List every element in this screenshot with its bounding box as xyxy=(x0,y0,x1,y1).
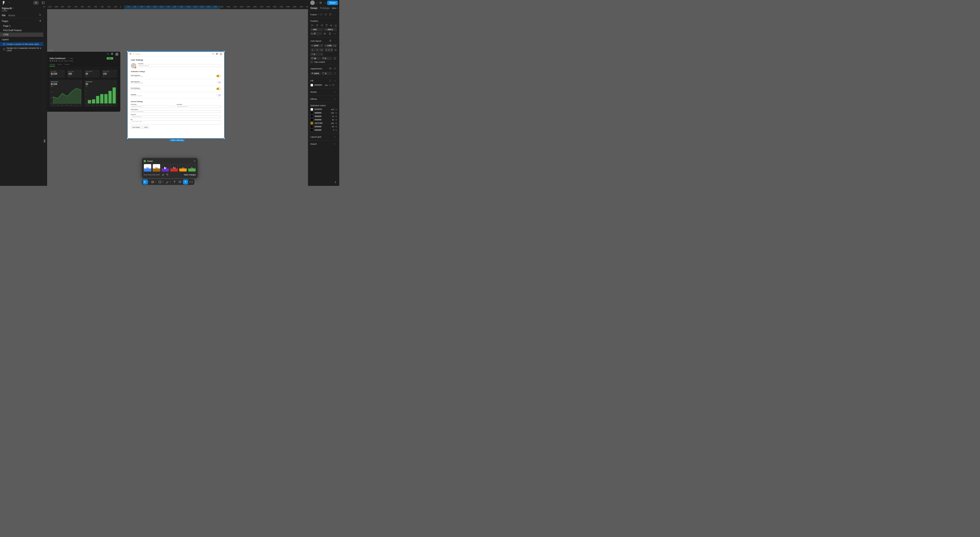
panel-toggle[interactable] xyxy=(41,0,46,5)
selection-color-row[interactable]: 000000100% xyxy=(310,112,337,114)
color-hex[interactable]: FFFFFF xyxy=(315,108,329,110)
zoom-control[interactable]: 50% xyxy=(332,7,338,10)
dash-avatar[interactable] xyxy=(115,53,118,56)
color-hex[interactable]: 000000 xyxy=(315,126,331,128)
help-button[interactable]: ? xyxy=(333,180,337,185)
fill-hex[interactable]: FFFFFF xyxy=(315,84,323,86)
dev-mode[interactable] xyxy=(188,180,194,185)
comment-tool[interactable] xyxy=(178,180,183,185)
tab-design[interactable]: Design xyxy=(310,7,318,10)
shape-tool-chevron[interactable]: ▾ xyxy=(162,181,164,183)
page-item[interactable]: Page 1 xyxy=(0,24,43,28)
x-input[interactable]: X858 xyxy=(310,28,323,31)
color-pct[interactable]: 100 xyxy=(331,122,334,124)
thumbs-up[interactable] xyxy=(162,174,164,176)
ai-badge[interactable]: AI xyxy=(33,1,39,5)
shape-tool[interactable] xyxy=(158,180,162,185)
align-vcenter[interactable] xyxy=(329,24,333,27)
color-swatch[interactable] xyxy=(310,129,313,131)
align-bottom[interactable] xyxy=(334,24,338,27)
selection-color-row[interactable]: FFFFFF100% xyxy=(310,108,337,111)
frame-type[interactable]: Frame xyxy=(310,13,317,16)
fill-row[interactable]: FFFFFF 100 % − xyxy=(310,84,337,86)
visibility-icon[interactable] xyxy=(328,67,332,70)
toggle[interactable] xyxy=(216,94,221,96)
color-swatch[interactable] xyxy=(310,115,313,118)
dash-share-button[interactable]: Share xyxy=(107,57,113,59)
dash-tab-reports[interactable]: Reports xyxy=(57,63,62,66)
padding-h-input[interactable]: 48 xyxy=(310,57,321,60)
page-item[interactable]: First Draft Feature xyxy=(0,28,43,32)
layer-item[interactable]: Create a screen in the same style as the… xyxy=(0,42,43,46)
align-more[interactable]: ⋯ xyxy=(339,24,339,27)
align-right[interactable] xyxy=(320,24,324,27)
bio-input[interactable]: Tell us about yourself xyxy=(131,120,221,124)
stroke-add[interactable]: + xyxy=(333,90,337,94)
color-pct[interactable]: 100 xyxy=(331,108,334,110)
style-swatch[interactable]: Aa xyxy=(188,164,196,172)
tab-prototype[interactable]: Prototype xyxy=(320,7,329,10)
stat-more[interactable]: ⋯ xyxy=(80,71,81,72)
al-remove[interactable]: − xyxy=(333,39,337,43)
tab-assets[interactable]: Assets xyxy=(8,14,15,17)
main-menu[interactable] xyxy=(2,0,6,5)
more-position[interactable] xyxy=(333,32,337,35)
email-input[interactable]: Enter your email address xyxy=(131,110,221,113)
color-hex[interactable]: 000000 xyxy=(315,119,331,121)
menu-chevron[interactable] xyxy=(7,1,11,5)
selection-handle[interactable] xyxy=(223,137,225,139)
color-pct[interactable]: 0 xyxy=(333,129,334,131)
frame-tool-chevron[interactable]: ▾ xyxy=(155,181,157,183)
search-icon[interactable] xyxy=(212,53,215,55)
color-pct[interactable]: 100 xyxy=(331,112,334,114)
clip-content-check[interactable]: Clip content xyxy=(310,61,337,63)
color-hex[interactable]: 000000 xyxy=(315,112,329,114)
fill-styles[interactable] xyxy=(328,79,332,83)
first-name-input[interactable]: Enter your first name xyxy=(131,105,175,108)
align-hcenter[interactable] xyxy=(315,24,319,27)
component-icon[interactable] xyxy=(324,13,328,16)
flip-h[interactable] xyxy=(323,32,327,35)
al-advanced[interactable] xyxy=(334,48,337,52)
color-pct[interactable]: 16 xyxy=(332,115,334,118)
align-left[interactable] xyxy=(310,24,315,27)
cancel-button[interactable]: Cancel xyxy=(143,126,150,129)
dir-horizontal[interactable] xyxy=(315,48,319,52)
y-input[interactable]: Y-350.5 xyxy=(324,28,337,31)
stat-more[interactable]: ⋯ xyxy=(62,71,64,72)
last-name-input[interactable]: Enter your last name xyxy=(177,105,221,108)
style-swatch[interactable]: Aa xyxy=(153,164,161,172)
stat-more[interactable]: ⋯ xyxy=(97,71,99,72)
fill-opacity[interactable]: 100 xyxy=(325,84,328,86)
move-tool[interactable] xyxy=(143,180,148,185)
password-input[interactable]: Enter your password xyxy=(131,115,221,118)
search-icon[interactable] xyxy=(107,53,110,56)
fill-add[interactable]: + xyxy=(333,79,337,83)
share-button[interactable]: Share xyxy=(327,1,338,5)
color-swatch[interactable] xyxy=(310,108,313,111)
selection-color-row[interactable]: 00000016% xyxy=(310,115,337,118)
thumbs-down[interactable] xyxy=(166,174,169,176)
align-top[interactable] xyxy=(325,24,329,27)
color-pct[interactable]: 60 xyxy=(332,126,334,128)
style-swatch[interactable]: Aa xyxy=(170,164,178,172)
selection-color-row[interactable]: 0000000% xyxy=(310,129,337,131)
frame-label-crm[interactable]: a CRM xyxy=(47,49,53,51)
color-swatch[interactable] xyxy=(310,112,313,114)
pen-tool[interactable] xyxy=(165,180,170,185)
fill-swatch[interactable] xyxy=(310,84,313,86)
file-location[interactable]: Drafts xyxy=(2,10,41,12)
lg-add[interactable]: + xyxy=(333,135,337,139)
color-pct[interactable]: 36 xyxy=(332,119,334,121)
chart-more[interactable]: ⋯ xyxy=(115,81,116,83)
opacity-input[interactable]: 100% xyxy=(310,72,321,75)
dash-tab-settings[interactable]: Settings xyxy=(65,63,70,66)
add-page[interactable] xyxy=(39,20,41,22)
tab-file[interactable]: File xyxy=(2,14,5,17)
move-tool-chevron[interactable]: ▾ xyxy=(148,181,150,183)
fill-remove[interactable]: − xyxy=(336,84,337,86)
avatar[interactable] xyxy=(220,53,222,56)
dev-icon[interactable] xyxy=(319,13,323,16)
reset-icon[interactable] xyxy=(328,13,332,16)
user-avatar[interactable] xyxy=(131,63,136,69)
